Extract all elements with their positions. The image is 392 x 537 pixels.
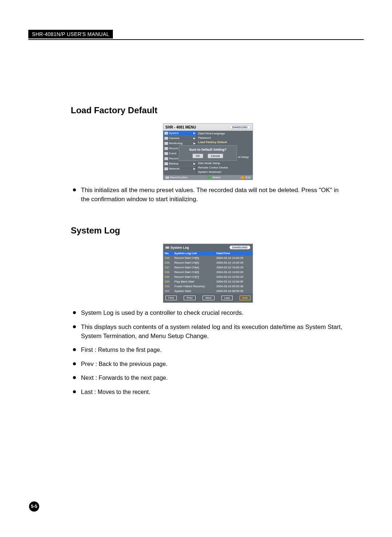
menu-header: SHR - 4081 MENU SAMSUNG bbox=[163, 124, 253, 131]
menu-item-icon bbox=[164, 167, 168, 170]
menu-item-label: Backup bbox=[169, 162, 179, 165]
submenu-item[interactable]: Date/Time/Language bbox=[198, 131, 251, 136]
submenu-item[interactable]: Disk Mode Setup bbox=[198, 161, 251, 166]
ok-button[interactable]: OK bbox=[192, 154, 203, 158]
footer-move: Move/Control bbox=[170, 176, 188, 179]
page-header: SHR-4081N/P USER'S MANUAL bbox=[28, 30, 364, 40]
cell-datetime: 2004-03-10 10:00:29 bbox=[215, 265, 252, 270]
cell-no: 335 bbox=[163, 274, 173, 279]
dpad-icon bbox=[166, 176, 169, 179]
menu-item[interactable]: Camera▶ bbox=[163, 135, 196, 141]
col-datetime: Date/Time bbox=[215, 251, 252, 256]
menu-item[interactable]: Monitoring▶ bbox=[163, 141, 196, 146]
menu-item-label: Camera bbox=[169, 137, 179, 140]
exit-button[interactable]: Exit bbox=[240, 296, 250, 300]
systemlog-body: No. System Log List Date/Time 339Record … bbox=[163, 251, 253, 302]
menu-screenshot: SHR - 4081 MENU SAMSUNG System▶Camera▶Mo… bbox=[163, 123, 253, 180]
systemlog-table: No. System Log List Date/Time 339Record … bbox=[163, 251, 253, 293]
bullet-item: Prev : Back to the previous page. bbox=[71, 360, 345, 369]
table-row: 339Record Start CH[5]2004-03-10 10:00:29 bbox=[163, 256, 253, 260]
menu-item-icon bbox=[164, 157, 168, 160]
menu-item-icon bbox=[164, 152, 168, 155]
cell-list: Record Start CH[5] bbox=[173, 256, 215, 260]
cell-no: 333 bbox=[163, 284, 173, 289]
submenu-item[interactable]: Password bbox=[198, 136, 251, 140]
cell-list: System Start bbox=[173, 289, 215, 293]
cell-datetime: 2004-03-10 09:59:30 bbox=[215, 289, 252, 293]
cell-list: Record Start CH[7] bbox=[173, 274, 215, 279]
table-row: 337Record Start CH[4]2004-03-10 10:00:29 bbox=[163, 265, 253, 270]
cell-list: Record Start CH[4] bbox=[173, 265, 215, 270]
section-heading-load-default: Load Factory Default bbox=[71, 105, 345, 115]
cell-datetime: 2004-03-10 10:00:29 bbox=[215, 256, 252, 260]
bullet-item: This initializes all the menu preset val… bbox=[71, 186, 345, 204]
page-number: 5-5 bbox=[29, 501, 39, 512]
select-icon bbox=[208, 176, 211, 179]
submenu-item[interactable]: Remote Control Device bbox=[198, 166, 251, 170]
brand-logo: SAMSUNG bbox=[229, 125, 250, 129]
section-heading-system-log: System Log bbox=[71, 225, 345, 236]
submenu-item[interactable]: System Shutdown bbox=[198, 170, 251, 174]
table-row: 332System Start2004-03-10 09:59:30 bbox=[163, 289, 253, 293]
menu-item[interactable]: Backup▶ bbox=[163, 161, 196, 166]
col-no: No. bbox=[163, 251, 173, 256]
page: SHR-4081N/P USER'S MANUAL Load Factory D… bbox=[0, 0, 392, 537]
footer-select: Select bbox=[212, 176, 220, 179]
section2-bullets: System Log is used by a controller to ch… bbox=[71, 309, 345, 396]
manual-title: SHR-4081N/P USER'S MANUAL bbox=[28, 30, 113, 38]
section1-bullets: This initializes all the menu preset val… bbox=[71, 186, 345, 204]
confirm-question: Sure to Default Setting? bbox=[181, 148, 234, 151]
prev-button[interactable]: Prev bbox=[184, 296, 195, 300]
cell-list: Power Failure Recorery bbox=[173, 284, 215, 289]
footer-exit: Exit bbox=[245, 176, 250, 179]
menu-item-label: Network bbox=[169, 167, 180, 170]
col-list: System Log List bbox=[173, 251, 215, 256]
bullet-item: Last : Moves to the recent. bbox=[71, 388, 345, 397]
menu-footer: Move/Control Select Exit bbox=[163, 175, 253, 180]
bullet-item: This displays such contents of a system … bbox=[71, 323, 345, 341]
submenu-item[interactable]: Load Faotory Default bbox=[198, 140, 251, 145]
cell-list: Record Start CH[0] bbox=[173, 270, 215, 274]
table-row: 335Record Start CH[7]2004-03-10 10:00:29 bbox=[163, 274, 253, 279]
cell-list: Play Back Start bbox=[173, 279, 215, 284]
bullet-item: Next : Forwards to the next page. bbox=[71, 374, 345, 383]
last-button[interactable]: Last bbox=[221, 296, 233, 300]
menu-item-label: Monitoring bbox=[169, 142, 183, 145]
chevron-right-icon: ▶ bbox=[193, 167, 195, 170]
cell-datetime: 2004-03-10 10:00:09 bbox=[215, 279, 252, 284]
table-row: 336Record Start CH[0]2004-03-10 10:00:29 bbox=[163, 270, 253, 274]
menu-item-icon bbox=[164, 142, 168, 145]
confirm-dialog: Sure to Default Setting? OK Cencel bbox=[179, 145, 237, 161]
menu-item-label: System bbox=[169, 131, 179, 135]
cell-no: 339 bbox=[163, 256, 173, 260]
first-button[interactable]: First bbox=[166, 296, 177, 300]
table-row: 333Power Failure Recorery2004-03-10 09:5… bbox=[163, 284, 253, 289]
systemlog-screenshot: System Log SAMSUNG No. System Log List D… bbox=[163, 244, 253, 303]
cell-no: 334 bbox=[163, 279, 173, 284]
systemlog-footer: First Prev Next Last Exit bbox=[163, 293, 253, 302]
systemlog-header: System Log SAMSUNG bbox=[163, 244, 253, 251]
menu-item-icon bbox=[164, 137, 168, 140]
chevron-right-icon: ▶ bbox=[193, 162, 195, 165]
next-button[interactable]: Next bbox=[203, 296, 214, 300]
table-row: 334Play Back Start2004-03-10 10:00:09 bbox=[163, 279, 253, 284]
menu-item-label: Record bbox=[169, 147, 179, 150]
cancel-button[interactable]: Cencel bbox=[208, 154, 223, 158]
table-row: 338Record Start CH[6]2004-03-10 10:00:29 bbox=[163, 260, 253, 265]
menu-item-icon bbox=[164, 147, 168, 150]
cell-datetime: 2004-03-10 10:00:29 bbox=[215, 270, 252, 274]
menu-item-icon bbox=[164, 162, 168, 165]
cell-no: 332 bbox=[163, 289, 173, 293]
menu-item[interactable]: Network▶ bbox=[163, 166, 196, 171]
page-content: Load Factory Default SHR - 4081 MENU SAM… bbox=[71, 105, 345, 402]
menu-item[interactable]: System▶ bbox=[163, 131, 196, 135]
menu-title: SHR - 4081 MENU bbox=[166, 125, 196, 129]
menu-item-label: Event bbox=[169, 152, 176, 155]
list-icon bbox=[166, 247, 169, 249]
cell-list: Record Start CH[6] bbox=[173, 260, 215, 265]
bullet-item: System Log is used by a controller to ch… bbox=[71, 309, 345, 318]
bullet-item: First : Returns to the first page. bbox=[71, 346, 345, 355]
systemlog-title: System Log bbox=[171, 246, 189, 249]
cell-no: 337 bbox=[163, 265, 173, 270]
cell-datetime: 2004-03-10 10:00:29 bbox=[215, 274, 252, 279]
